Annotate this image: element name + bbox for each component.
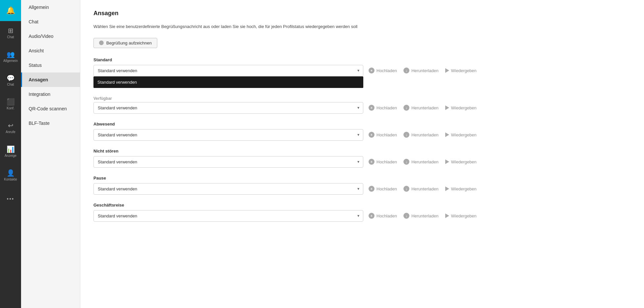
section-label-verfugbar: Verfügbar: [93, 96, 631, 101]
download-icon-nicht-storen: ↓: [403, 159, 409, 165]
record-dot-icon: [99, 41, 104, 45]
sidebar-item-konf[interactable]: ⬛ Konf.: [0, 92, 21, 116]
sidebar-item-more[interactable]: •••: [0, 187, 21, 211]
nav-item-integration[interactable]: Integration: [21, 87, 80, 101]
windows-icon: ⊞: [8, 27, 13, 34]
nav-item-status[interactable]: Status: [21, 58, 80, 72]
sidebar-item-chat[interactable]: ⊞ Chat: [0, 21, 21, 45]
section-row-standard: Standard verwenden ▾ Standard verwenden …: [93, 65, 631, 76]
play-button-standard[interactable]: Wiedergeben: [444, 66, 478, 75]
select-wrapper-nicht-storen: Standard verwenden ▾: [93, 156, 363, 168]
section-row-verfugbar: Standard verwenden ▾ + Hochladen ↓ Herun…: [93, 102, 631, 114]
page-title: Ansagen: [93, 10, 631, 17]
section-pause: Pause Standard verwenden ▾ + Hochladen ↓…: [93, 176, 631, 195]
sidebar-item-anrufe[interactable]: ↩ Anrufe: [0, 116, 21, 140]
upload-button-geschaftsreise[interactable]: + Hochladen: [367, 211, 398, 221]
sidebar-item-team[interactable]: 👥 Allgemein: [0, 45, 21, 69]
select-wrapper-verfugbar: Standard verwenden ▾: [93, 102, 363, 114]
play-icon-standard: [445, 68, 449, 73]
select-wrapper-geschaftsreise: Standard verwenden ▾: [93, 210, 363, 222]
section-label-geschaftsreise: Geschäftsreise: [93, 203, 631, 208]
section-label-pause: Pause: [93, 176, 631, 181]
upload-icon-nicht-storen: +: [369, 159, 374, 165]
download-icon-geschaftsreise: ↓: [403, 213, 409, 219]
page-description: Wählen Sie eine benutzerdefinierte Begrü…: [93, 23, 631, 30]
record-button[interactable]: Begrüßung aufzeichnen: [93, 38, 157, 48]
select-wrapper-abwesend: Standard verwenden ▾: [93, 129, 363, 141]
play-button-pause[interactable]: Wiedergeben: [444, 184, 478, 193]
download-icon-standard: ↓: [403, 68, 409, 73]
download-icon-abwesend: ↓: [403, 132, 409, 138]
sidebar-item-chat2[interactable]: 💬 Chat: [0, 69, 21, 92]
nav-item-ansicht[interactable]: Ansicht: [21, 43, 80, 58]
select-pause[interactable]: Standard verwenden: [93, 183, 363, 195]
section-abwesend: Abwesend Standard verwenden ▾ + Hochlade…: [93, 122, 631, 141]
anzeige-icon: 📊: [7, 146, 15, 153]
upload-icon-standard: +: [369, 68, 374, 73]
section-row-abwesend: Standard verwenden ▾ + Hochladen ↓ Herun…: [93, 129, 631, 141]
sidebar-top-icon: 🔔: [0, 0, 21, 21]
play-icon-nicht-storen: [445, 159, 449, 164]
play-icon-geschaftsreise: [445, 213, 449, 218]
nav-panel: Allgemein Chat Audio/Video Ansicht Statu…: [21, 0, 80, 308]
anrufe-icon: ↩: [8, 122, 13, 129]
upload-button-nicht-storen[interactable]: + Hochladen: [367, 157, 398, 167]
sidebar-item-kontakte[interactable]: 👤 Kontakte: [0, 163, 21, 187]
nav-item-allgemein[interactable]: Allgemein: [21, 0, 80, 14]
upload-icon-geschaftsreise: +: [369, 213, 374, 219]
play-button-abwesend[interactable]: Wiedergeben: [444, 130, 478, 139]
nav-item-chat[interactable]: Chat: [21, 14, 80, 29]
upload-button-verfugbar[interactable]: + Hochladen: [367, 103, 398, 113]
upload-button-standard[interactable]: + Hochladen: [367, 66, 398, 75]
play-button-geschaftsreise[interactable]: Wiedergeben: [444, 211, 478, 220]
download-button-geschaftsreise[interactable]: ↓ Herunterladen: [402, 211, 440, 221]
download-button-verfugbar[interactable]: ↓ Herunterladen: [402, 103, 440, 113]
download-button-pause[interactable]: ↓ Herunterladen: [402, 184, 440, 194]
nav-item-blf-taste[interactable]: BLF-Taste: [21, 116, 80, 130]
select-wrapper-pause: Standard verwenden ▾: [93, 183, 363, 195]
play-icon-abwesend: [445, 132, 449, 137]
select-abwesend[interactable]: Standard verwenden: [93, 129, 363, 141]
select-standard[interactable]: Standard verwenden: [93, 65, 363, 76]
section-label-standard: Standard: [93, 57, 631, 62]
nav-item-ansagen[interactable]: Ansagen: [21, 72, 80, 87]
play-icon-verfugbar: [445, 105, 449, 110]
more-icon: •••: [7, 196, 14, 202]
sidebar: 🔔 ⊞ Chat 👥 Allgemein 💬 Chat ⬛ Konf. ↩ An…: [0, 0, 21, 308]
bell-icon: 🔔: [6, 6, 15, 15]
section-row-pause: Standard verwenden ▾ + Hochladen ↓ Herun…: [93, 183, 631, 195]
select-geschaftsreise[interactable]: Standard verwenden: [93, 210, 363, 222]
main-content: Ansagen Wählen Sie eine benutzerdefinier…: [80, 0, 644, 308]
section-row-geschaftsreise: Standard verwenden ▾ + Hochladen ↓ Herun…: [93, 210, 631, 222]
section-label-abwesend: Abwesend: [93, 122, 631, 126]
upload-icon-abwesend: +: [369, 132, 374, 138]
section-verfugbar: Verfügbar Standard verwenden ▾ + Hochlad…: [93, 96, 631, 114]
sidebar-item-anzeige[interactable]: 📊 Anzeige: [0, 140, 21, 163]
download-button-nicht-storen[interactable]: ↓ Herunterladen: [402, 157, 440, 167]
kontakte-icon: 👤: [7, 170, 15, 176]
team-icon: 👥: [7, 51, 15, 58]
select-verfugbar[interactable]: Standard verwenden: [93, 102, 363, 114]
download-icon-pause: ↓: [403, 186, 409, 192]
upload-button-pause[interactable]: + Hochladen: [367, 184, 398, 194]
select-wrapper-standard: Standard verwenden ▾ Standard verwenden: [93, 65, 363, 76]
play-button-verfugbar[interactable]: Wiedergeben: [444, 103, 478, 112]
chat-icon: 💬: [7, 75, 15, 81]
upload-icon-verfugbar: +: [369, 105, 374, 111]
play-icon-pause: [445, 186, 449, 191]
section-nicht-storen: Nicht stören Standard verwenden ▾ + Hoch…: [93, 149, 631, 168]
nav-item-audio-video[interactable]: Audio/Video: [21, 29, 80, 43]
dropdown-overlay-standard: Standard verwenden: [93, 76, 363, 88]
download-icon-verfugbar: ↓: [403, 105, 409, 111]
upload-button-abwesend[interactable]: + Hochladen: [367, 130, 398, 140]
download-button-abwesend[interactable]: ↓ Herunterladen: [402, 130, 440, 140]
section-geschaftsreise: Geschäftsreise Standard verwenden ▾ + Ho…: [93, 203, 631, 222]
download-button-standard[interactable]: ↓ Herunterladen: [402, 66, 440, 75]
select-nicht-storen[interactable]: Standard verwenden: [93, 156, 363, 168]
dropdown-item-standard[interactable]: Standard verwenden: [93, 76, 363, 88]
play-button-nicht-storen[interactable]: Wiedergeben: [444, 157, 478, 166]
section-row-nicht-storen: Standard verwenden ▾ + Hochladen ↓ Herun…: [93, 156, 631, 168]
upload-icon-pause: +: [369, 186, 374, 192]
section-standard: Standard Standard verwenden ▾ Standard v…: [93, 57, 631, 76]
nav-item-qr-code[interactable]: QR-Code scannen: [21, 101, 80, 116]
